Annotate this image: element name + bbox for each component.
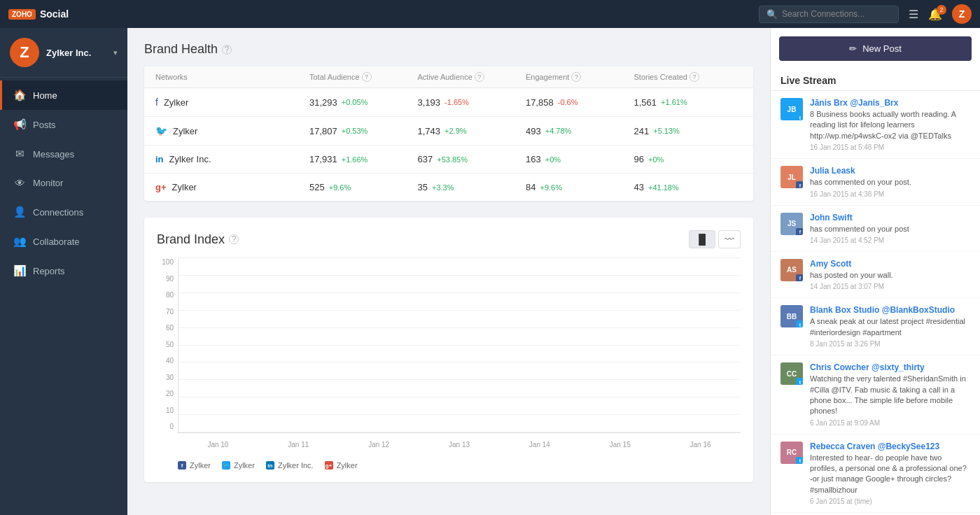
legend-network-icon: 🐦 — [222, 461, 230, 470]
y-axis-label: 0 — [157, 423, 178, 430]
stream-time: 14 Jan 2015 at 4:52 PM — [810, 237, 970, 244]
col-stories: Stories Created ? — [634, 72, 743, 82]
stream-name: Jānis Brx @Janis_Brx — [810, 98, 970, 108]
live-stream-header: Live Stream — [771, 69, 980, 91]
stream-avatar: JBt — [780, 98, 803, 120]
home-icon: 🏠 — [13, 89, 26, 101]
total-audience-info[interactable]: ? — [362, 72, 372, 82]
sidebar-item-home-label: Home — [33, 90, 57, 101]
sidebar-item-posts-label: Posts — [33, 120, 56, 130]
chart-grid-line — [178, 432, 741, 432]
stream-time: 6 Jan 2015 at (time) — [810, 498, 970, 505]
stories-info[interactable]: ? — [690, 72, 699, 82]
sidebar-item-messages[interactable]: ✉ Messages — [0, 139, 127, 169]
x-axis-label: Jan 11 — [258, 435, 339, 454]
stream-content: Julia Leaskhas commented on your post.16… — [810, 166, 970, 197]
reports-icon: 📊 — [13, 264, 26, 277]
live-stream-list: JBtJānis Brx @Janis_Brx8 Business books … — [771, 91, 980, 515]
brand-index-section: Brand Index ? ▐▌ 〰 010203040506070809010… — [144, 218, 753, 482]
stream-item[interactable]: JBtJānis Brx @Janis_Brx8 Business books … — [771, 91, 980, 159]
sidebar-item-posts[interactable]: 📢 Posts — [0, 110, 127, 139]
stream-network-badge: t — [796, 378, 803, 385]
stream-avatar: BBt — [780, 305, 803, 327]
stream-content: John Swifthas commented on your post14 J… — [810, 213, 970, 244]
sidebar-item-connections[interactable]: 👤 Connections — [0, 197, 127, 227]
search-connections-box[interactable]: 🔍 — [759, 6, 899, 23]
stream-name: Julia Leask — [810, 166, 970, 176]
stream-item[interactable]: JSfJohn Swifthas commented on your post1… — [771, 206, 980, 252]
connections-icon: 👤 — [13, 206, 26, 218]
stream-text: 8 Business books actually worth reading.… — [810, 109, 970, 141]
stream-item[interactable]: RCtRebecca Craven @BeckySee123Interested… — [771, 435, 980, 514]
legend-network-icon: in — [266, 461, 274, 470]
notif-badge: 2 — [937, 5, 946, 15]
total-audience-cell: 17,931 +1.66% — [309, 154, 418, 164]
stream-network-badge: t — [796, 320, 803, 327]
col-total-audience: Total Audience ? — [309, 72, 418, 82]
topbar: ZOHO Social 🔍 ☰ 🔔 2 Z — [0, 0, 980, 28]
col-engagement: Engagement ? — [526, 72, 634, 82]
network-cell: in Zylker Inc. — [155, 154, 309, 164]
stream-text: has posted on your wall. — [810, 270, 970, 281]
stream-item[interactable]: ASfAmy Scotthas posted on your wall.14 J… — [771, 252, 980, 298]
y-axis-label: 30 — [157, 374, 178, 381]
y-axis-label: 20 — [157, 390, 178, 397]
bar-chart-btn[interactable]: ▐▌ — [689, 230, 715, 248]
stream-content: Amy Scotthas posted on your wall.14 Jan … — [810, 259, 970, 290]
brand-chevron-icon: ▾ — [113, 48, 118, 57]
stories-cell: 43 +41.18% — [634, 182, 743, 192]
engagement-cell: 17,858 -0.6% — [526, 97, 634, 108]
y-axis-label: 10 — [157, 407, 178, 414]
stream-text: Watching the very talented #SheridanSmit… — [810, 374, 970, 417]
brand-index-info-icon[interactable]: ? — [229, 234, 239, 244]
stories-cell: 241 +5.13% — [634, 126, 743, 136]
stream-item[interactable]: CCtChris Cowcher @sixty_thirtyWatching t… — [771, 355, 980, 435]
legend-network-icon: g+ — [325, 461, 333, 470]
brand-index-title: Brand Index ? — [157, 232, 239, 247]
search-icon: 🔍 — [766, 9, 778, 20]
googleplus-icon: g+ — [155, 182, 167, 192]
chart-x-labels: Jan 10Jan 11Jan 12Jan 13Jan 14Jan 15Jan … — [178, 435, 741, 454]
active-audience-cell: 637 +53.85% — [418, 154, 526, 164]
stream-item[interactable]: JLfJulia Leaskhas commented on your post… — [771, 159, 980, 205]
sidebar-brand[interactable]: Z Zylker Inc. ▾ — [0, 28, 127, 78]
engagement-cell: 493 +4.78% — [526, 126, 634, 136]
engagement-info[interactable]: ? — [571, 72, 581, 82]
stream-text: has commented on your post. — [810, 177, 970, 188]
notifications-btn[interactable]: 🔔 2 — [928, 8, 942, 21]
legend-item: 🐦Zylker — [222, 461, 255, 470]
sidebar-item-collaborate[interactable]: 👥 Collaborate — [0, 227, 127, 256]
line-chart-btn[interactable]: 〰 — [718, 230, 741, 248]
network-cell: 🐦 Zylker — [155, 125, 309, 136]
stream-content: Chris Cowcher @sixty_thirtyWatching the … — [810, 362, 970, 427]
active-audience-cell: 1,743 +2.9% — [418, 126, 526, 136]
stream-network-badge: t — [796, 113, 803, 120]
sidebar-nav: 🏠 Home 📢 Posts ✉ Messages 👁 Monitor 👤 Co… — [0, 78, 127, 285]
sidebar-item-monitor[interactable]: 👁 Monitor — [0, 169, 127, 197]
y-axis-label: 60 — [157, 324, 178, 332]
sidebar: Z Zylker Inc. ▾ 🏠 Home 📢 Posts ✉ Message… — [0, 28, 127, 515]
layout: Z Zylker Inc. ▾ 🏠 Home 📢 Posts ✉ Message… — [0, 28, 980, 515]
brand-avatar: Z — [10, 38, 39, 67]
x-axis-label: Jan 15 — [580, 435, 660, 454]
stream-name: Rebecca Craven @BeckySee123 — [810, 442, 970, 451]
stream-item[interactable]: BBtBlank Box Studio @BlankBoxStudioA sne… — [771, 298, 980, 355]
stream-name: Blank Box Studio @BlankBoxStudio — [810, 305, 970, 315]
legend-label: Zylker — [337, 461, 358, 470]
x-axis-label: Jan 13 — [419, 435, 500, 454]
col-networks: Networks — [155, 72, 309, 82]
sidebar-item-home[interactable]: 🏠 Home — [0, 80, 127, 110]
stream-time: 6 Jan 2015 at 9:09 AM — [810, 419, 970, 427]
new-post-button[interactable]: ✏ New Post — [779, 36, 972, 61]
active-audience-info[interactable]: ? — [475, 72, 484, 82]
user-avatar[interactable]: Z — [952, 4, 972, 24]
chart-y-axis: 0102030405060708090100 — [157, 258, 178, 433]
menu-icon-btn[interactable]: ☰ — [909, 8, 918, 21]
stream-time: 8 Jan 2015 at 3:26 PM — [810, 340, 970, 348]
sidebar-item-reports[interactable]: 📊 Reports — [0, 256, 127, 285]
legend-network-icon: f — [178, 461, 186, 470]
brand-health-info-icon[interactable]: ? — [222, 45, 232, 55]
search-input[interactable] — [782, 9, 891, 19]
stream-text: Interested to hear- do people have two p… — [810, 453, 970, 496]
chart-grid-line — [178, 258, 741, 258]
